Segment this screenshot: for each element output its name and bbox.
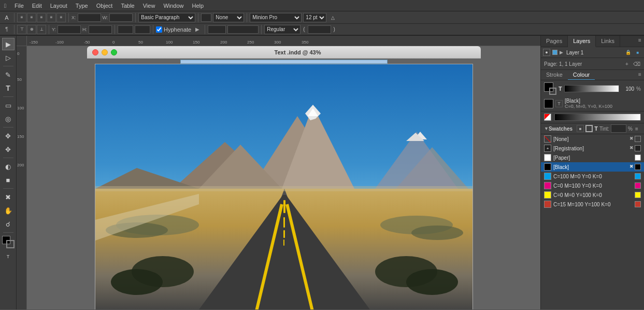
swatch-registration[interactable]: + [Registration] ✖ bbox=[541, 144, 644, 153]
gutter-input[interactable]: 33.938 mm bbox=[227, 25, 259, 34]
tint-input[interactable]: 100 bbox=[611, 124, 626, 133]
canvas-content[interactable]: Text .indd @ 43% bbox=[27, 46, 540, 309]
stroke-tab[interactable]: Stroke bbox=[541, 70, 568, 80]
text-frame-selection[interactable] bbox=[180, 60, 388, 64]
none-select[interactable]: None bbox=[213, 13, 244, 22]
menu-layout[interactable]: Layout bbox=[50, 3, 67, 9]
layer-expand-arrow[interactable]: ▶ bbox=[560, 50, 563, 55]
fill-t-icon[interactable]: T bbox=[559, 86, 562, 92]
window-close-btn[interactable] bbox=[92, 49, 98, 55]
tab-links[interactable]: Links bbox=[596, 36, 620, 47]
fill-stroke-boxes[interactable] bbox=[544, 82, 556, 95]
new-layer-icon[interactable]: + bbox=[623, 60, 631, 68]
stroke-t-icon[interactable]: T bbox=[555, 100, 563, 107]
zoom-tool[interactable]: ☌ bbox=[2, 218, 15, 230]
align-mid-btn[interactable]: ⊕ bbox=[27, 25, 36, 34]
panel-menu-icon[interactable]: ≡ bbox=[636, 36, 644, 44]
text-frame-icon[interactable]: ¶ bbox=[2, 25, 11, 34]
separator-10 bbox=[205, 25, 205, 34]
swatch-black-label: [Black] bbox=[553, 164, 627, 170]
arrow-tool[interactable]: ✥ bbox=[2, 143, 15, 156]
ellipse-tool[interactable]: ◎ bbox=[2, 112, 15, 125]
gradient-tool[interactable]: ◐ bbox=[2, 160, 15, 173]
font-select[interactable]: Minion Pro bbox=[250, 13, 302, 22]
align-justify-btn[interactable]: ≡ bbox=[47, 13, 56, 22]
transform-tool[interactable]: ✥ bbox=[2, 130, 15, 142]
colour-tab[interactable]: Colour bbox=[568, 70, 595, 80]
kerning-input[interactable]: 0 bbox=[135, 25, 150, 34]
window-maximize-btn[interactable] bbox=[111, 49, 117, 55]
swatch-paper-box bbox=[635, 154, 641, 161]
swatches-expand-icon[interactable]: ▼ bbox=[544, 126, 549, 131]
swatch-paper[interactable]: [Paper] bbox=[541, 153, 644, 162]
swatch-stroke-icon[interactable] bbox=[585, 125, 593, 132]
align-top-btn[interactable]: ⊤ bbox=[17, 25, 26, 34]
gradient-display[interactable] bbox=[554, 114, 641, 121]
swatches-menu-icon[interactable]: ≡ bbox=[633, 124, 641, 133]
swatch-magenta[interactable]: C=0 M=100 Y=0 K=0 bbox=[541, 181, 644, 190]
align-center-btn[interactable]: ≡ bbox=[27, 13, 36, 22]
frame-type-btn[interactable]: T bbox=[2, 250, 15, 263]
delete-layer-icon[interactable]: ⌫ bbox=[633, 60, 641, 68]
leading-input[interactable]: 14.4 pt bbox=[308, 25, 331, 34]
selection-tool[interactable]: ▶ bbox=[2, 38, 15, 50]
type-tool-icon[interactable]: A bbox=[2, 13, 11, 22]
tool-separator-1 bbox=[3, 66, 13, 66]
pen-tool[interactable]: ✎ bbox=[2, 68, 15, 81]
columns-input[interactable]: 1 bbox=[201, 13, 211, 22]
h-input[interactable]: 0 mm bbox=[89, 25, 112, 34]
lang-icon[interactable]: ▶ bbox=[193, 25, 202, 34]
paragraph-style-select[interactable]: Basic Paragraph bbox=[138, 13, 195, 22]
left-toolbar: ▶ ▷ ✎ T ▭ ◎ ✥ ✥ ◐ ■ ✖ ✋ ☌ T bbox=[0, 36, 17, 309]
rectangle-tool[interactable]: ▭ bbox=[2, 99, 15, 111]
hand-tool[interactable]: ✋ bbox=[2, 204, 15, 217]
tab-layers[interactable]: Layers bbox=[568, 36, 596, 47]
swatch-cyan[interactable]: C=100 M=0 Y=0 K=0 bbox=[541, 172, 644, 181]
swatch-black[interactable]: [Black] ✖ bbox=[541, 162, 644, 172]
swatch-none-label: [None] bbox=[553, 136, 627, 142]
swatch-none-icons: ✖ bbox=[629, 136, 641, 142]
font-style-select[interactable]: Regular bbox=[264, 25, 300, 34]
menu-type[interactable]: Type bbox=[76, 3, 88, 9]
menu-table[interactable]: Table bbox=[121, 3, 134, 9]
font-size-select[interactable]: 12 pt bbox=[303, 13, 326, 22]
menu-edit[interactable]: Edit bbox=[32, 3, 42, 9]
text-tool[interactable]: T bbox=[2, 82, 15, 94]
menu-apple[interactable]:  bbox=[4, 3, 6, 9]
stroke-box bbox=[6, 240, 15, 248]
fill-stroke-display[interactable] bbox=[2, 236, 15, 248]
layer-visibility-eye[interactable]: ● bbox=[543, 49, 550, 56]
direct-select-tool[interactable]: ▷ bbox=[2, 51, 15, 64]
swatch-tool[interactable]: ■ bbox=[2, 174, 15, 186]
menu-window[interactable]: Window bbox=[163, 3, 183, 9]
align-left-btn[interactable]: ≡ bbox=[17, 13, 26, 22]
superscript-icon[interactable]: △ bbox=[328, 13, 337, 22]
menu-help[interactable]: Help bbox=[192, 3, 204, 9]
scissors-tool[interactable]: ✖ bbox=[2, 191, 15, 203]
swatch-red[interactable]: C=15 M=100 Y=100 K=0 bbox=[541, 200, 644, 209]
menu-file[interactable]: File bbox=[15, 3, 24, 9]
window-minimize-btn[interactable] bbox=[102, 49, 108, 55]
swatch-none[interactable]: [None] ✖ bbox=[541, 134, 644, 144]
x-input[interactable]: 0 mm bbox=[78, 13, 101, 22]
canvas-with-ruler: -150 -100 -50 0 50 100 150 200 250 300 3… bbox=[17, 36, 540, 309]
swatch-yellow[interactable]: C=0 M=0 Y=100 K=0 bbox=[541, 190, 644, 200]
colour-gradient-slider[interactable] bbox=[564, 85, 619, 92]
align-justify-all-btn[interactable]: ≡ bbox=[56, 13, 66, 22]
sc-menu-icon[interactable]: ≡ bbox=[636, 70, 644, 78]
ruler-h-mark-11: 350 bbox=[302, 40, 308, 45]
y-input[interactable]: 0 mm bbox=[58, 25, 81, 34]
menu-object[interactable]: Object bbox=[96, 3, 113, 9]
tab-pages[interactable]: Pages bbox=[541, 36, 568, 47]
w-input[interactable]: 0 mm bbox=[109, 13, 133, 22]
col-width-input[interactable]: 4.233 bbox=[208, 25, 226, 34]
layer-lock-icon[interactable]: 🔒 bbox=[624, 49, 632, 56]
swatch-fill-icon[interactable]: ■ bbox=[577, 125, 584, 132]
swatch-t-icon[interactable]: T bbox=[594, 125, 598, 132]
align-bottom-btn[interactable]: ⊥ bbox=[37, 25, 46, 34]
tracking-input[interactable]: 0 bbox=[118, 25, 133, 34]
align-right-btn[interactable]: ≡ bbox=[37, 13, 46, 22]
hyphenate-checkbox[interactable] bbox=[156, 26, 162, 33]
sc-spacer bbox=[595, 70, 636, 80]
menu-view[interactable]: View bbox=[143, 3, 155, 9]
